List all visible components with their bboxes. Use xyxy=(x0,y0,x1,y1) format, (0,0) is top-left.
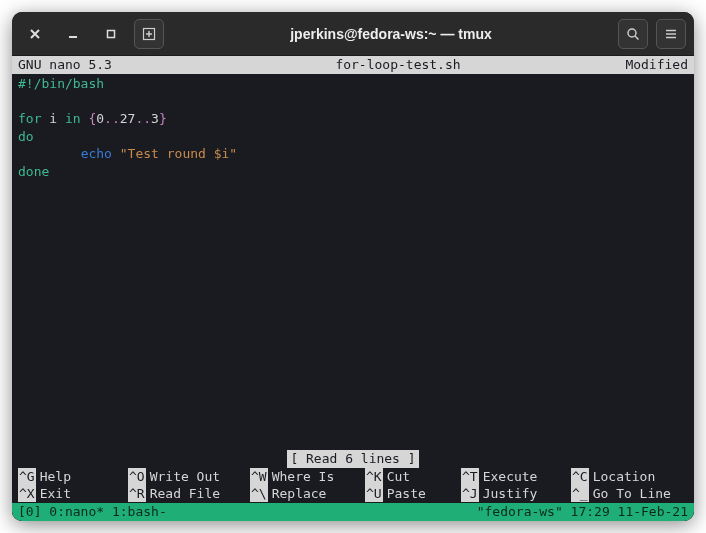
search-button[interactable] xyxy=(618,19,648,49)
new-tab-button[interactable] xyxy=(134,19,164,49)
sc-paste: ^UPaste xyxy=(365,485,461,502)
sc-justify: ^JJustify xyxy=(461,485,571,502)
menu-button[interactable] xyxy=(656,19,686,49)
sc-whereis: ^WWhere Is xyxy=(250,468,365,485)
sc-readfile: ^RRead File xyxy=(128,485,250,502)
svg-rect-0 xyxy=(108,30,115,37)
nano-modified: Modified xyxy=(598,56,688,74)
nano-status-text: [ Read 6 lines ] xyxy=(287,450,418,468)
sc-gotoline: ^_Go To Line xyxy=(571,485,686,502)
sc-execute: ^TExecute xyxy=(461,468,571,485)
shebang: #!/bin/bash xyxy=(18,76,104,91)
sc-exit: ^XExit xyxy=(18,485,128,502)
editor-area[interactable]: #!/bin/bash for i in {0..27..3} do echo … xyxy=(12,74,694,450)
kw-echo: echo xyxy=(81,146,120,161)
kw-do: do xyxy=(18,129,34,144)
tmux-right: "fedora-ws" 17:29 11-Feb-21 xyxy=(477,503,688,521)
terminal-content[interactable]: GNU nano 5.3 for-loop-test.sh Modified #… xyxy=(12,56,694,521)
window-title: jperkins@fedora-ws:~ — tmux xyxy=(172,26,610,42)
nano-app-name: GNU nano 5.3 xyxy=(18,56,198,74)
sc-replace: ^\Replace xyxy=(250,485,365,502)
sc-help: ^GHelp xyxy=(18,468,128,485)
maximize-icon[interactable] xyxy=(96,19,126,49)
minimize-icon[interactable] xyxy=(58,19,88,49)
terminal-window: jperkins@fedora-ws:~ — tmux GNU nano 5.3… xyxy=(12,12,694,521)
nano-status: [ Read 6 lines ] xyxy=(12,450,694,468)
nano-shortcuts: ^GHelp ^OWrite Out ^WWhere Is ^KCut ^TEx… xyxy=(12,468,694,503)
nano-header: GNU nano 5.3 for-loop-test.sh Modified xyxy=(12,56,694,74)
tmux-left: [0] 0:nano* 1:bash- xyxy=(18,503,477,521)
nano-filename: for-loop-test.sh xyxy=(198,56,598,74)
tmux-statusbar: [0] 0:nano* 1:bash- "fedora-ws" 17:29 11… xyxy=(12,503,694,521)
kw-done: done xyxy=(18,164,49,179)
sc-location: ^CLocation xyxy=(571,468,686,485)
titlebar: jperkins@fedora-ws:~ — tmux xyxy=(12,12,694,56)
sc-writeout: ^OWrite Out xyxy=(128,468,250,485)
kw-for: for xyxy=(18,111,41,126)
sc-cut: ^KCut xyxy=(365,468,461,485)
close-icon[interactable] xyxy=(20,19,50,49)
string-literal: "Test round $i" xyxy=(120,146,237,161)
shortcut-row: ^GHelp ^OWrite Out ^WWhere Is ^KCut ^TEx… xyxy=(18,468,688,485)
svg-point-2 xyxy=(628,29,636,37)
shortcut-row: ^XExit ^RRead File ^\Replace ^UPaste ^JJ… xyxy=(18,485,688,502)
